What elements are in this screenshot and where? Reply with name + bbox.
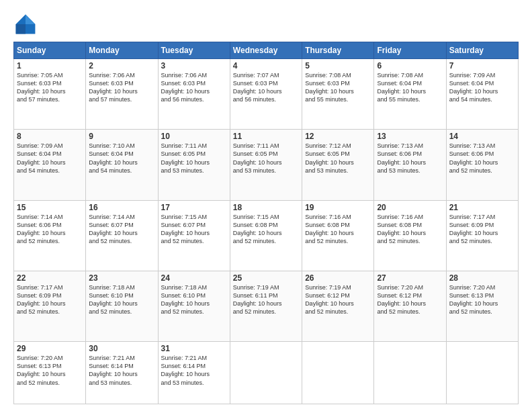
day-number: 14: [449, 132, 515, 141]
day-cell: 14Sunrise: 7:13 AMSunset: 6:06 PMDayligh…: [446, 130, 518, 200]
day-cell: 16Sunrise: 7:14 AMSunset: 6:07 PMDayligh…: [86, 200, 158, 271]
logo: [13, 12, 40, 36]
day-cell: 10Sunrise: 7:11 AMSunset: 6:05 PMDayligh…: [158, 130, 230, 200]
day-cell: 26Sunrise: 7:19 AMSunset: 6:12 PMDayligh…: [302, 271, 374, 341]
week-row-3: 15Sunrise: 7:14 AMSunset: 6:06 PMDayligh…: [14, 200, 519, 271]
day-number: 8: [17, 132, 83, 141]
day-cell: 25Sunrise: 7:19 AMSunset: 6:11 PMDayligh…: [230, 271, 302, 341]
day-cell: 2Sunrise: 7:06 AMSunset: 6:03 PMDaylight…: [86, 59, 158, 130]
day-info: Sunrise: 7:11 AMSunset: 6:05 PMDaylight:…: [161, 142, 227, 175]
day-cell: 5Sunrise: 7:08 AMSunset: 6:03 PMDaylight…: [302, 59, 374, 130]
day-number: 13: [377, 132, 443, 141]
day-info: Sunrise: 7:16 AMSunset: 6:08 PMDaylight:…: [377, 213, 443, 246]
day-number: 1: [17, 61, 83, 71]
week-row-5: 29Sunrise: 7:20 AMSunset: 6:13 PMDayligh…: [14, 342, 519, 404]
day-info: Sunrise: 7:06 AMSunset: 6:03 PMDaylight:…: [89, 71, 154, 104]
day-info: Sunrise: 7:18 AMSunset: 6:10 PMDaylight:…: [89, 283, 154, 316]
col-header-tuesday: Tuesday: [158, 42, 230, 59]
day-number: 18: [233, 203, 299, 212]
day-cell: [302, 342, 374, 404]
day-number: 16: [89, 203, 154, 212]
day-info: Sunrise: 7:18 AMSunset: 6:10 PMDaylight:…: [161, 283, 227, 316]
day-cell: 19Sunrise: 7:16 AMSunset: 6:08 PMDayligh…: [302, 200, 374, 271]
day-cell: 31Sunrise: 7:21 AMSunset: 6:14 PMDayligh…: [158, 342, 230, 404]
col-header-sunday: Sunday: [14, 42, 86, 59]
day-number: 25: [233, 273, 299, 283]
day-number: 19: [305, 203, 371, 212]
day-cell: 29Sunrise: 7:20 AMSunset: 6:13 PMDayligh…: [14, 342, 86, 404]
day-info: Sunrise: 7:17 AMSunset: 6:09 PMDaylight:…: [17, 283, 83, 316]
week-row-1: 1Sunrise: 7:05 AMSunset: 6:03 PMDaylight…: [14, 59, 519, 130]
day-number: 11: [233, 132, 299, 141]
day-cell: 12Sunrise: 7:12 AMSunset: 6:05 PMDayligh…: [302, 130, 374, 200]
day-info: Sunrise: 7:21 AMSunset: 6:14 PMDaylight:…: [161, 354, 227, 387]
day-info: Sunrise: 7:16 AMSunset: 6:08 PMDaylight:…: [305, 213, 371, 246]
day-number: 12: [305, 132, 371, 141]
day-number: 3: [161, 61, 227, 71]
logo-icon: [13, 12, 38, 36]
svg-marker-1: [26, 15, 35, 24]
day-number: 22: [17, 273, 83, 283]
day-number: 20: [377, 203, 443, 212]
day-info: Sunrise: 7:07 AMSunset: 6:03 PMDaylight:…: [233, 71, 299, 104]
day-info: Sunrise: 7:09 AMSunset: 6:04 PMDaylight:…: [17, 142, 83, 175]
day-number: 10: [161, 132, 227, 141]
day-cell: 17Sunrise: 7:15 AMSunset: 6:07 PMDayligh…: [158, 200, 230, 271]
day-info: Sunrise: 7:10 AMSunset: 6:04 PMDaylight:…: [89, 142, 154, 175]
header: [13, 12, 519, 36]
day-cell: 21Sunrise: 7:17 AMSunset: 6:09 PMDayligh…: [446, 200, 518, 271]
col-header-thursday: Thursday: [302, 42, 374, 59]
day-cell: 7Sunrise: 7:09 AMSunset: 6:04 PMDaylight…: [446, 59, 518, 130]
day-number: 7: [449, 61, 515, 71]
day-number: 4: [233, 61, 299, 71]
day-cell: 11Sunrise: 7:11 AMSunset: 6:05 PMDayligh…: [230, 130, 302, 200]
day-cell: 23Sunrise: 7:18 AMSunset: 6:10 PMDayligh…: [86, 271, 158, 341]
day-info: Sunrise: 7:09 AMSunset: 6:04 PMDaylight:…: [449, 71, 515, 104]
day-info: Sunrise: 7:06 AMSunset: 6:03 PMDaylight:…: [161, 71, 227, 104]
day-number: 21: [449, 203, 515, 212]
day-number: 2: [89, 61, 154, 71]
day-cell: 28Sunrise: 7:20 AMSunset: 6:13 PMDayligh…: [446, 271, 518, 341]
day-info: Sunrise: 7:05 AMSunset: 6:03 PMDaylight:…: [17, 71, 83, 104]
day-cell: 9Sunrise: 7:10 AMSunset: 6:04 PMDaylight…: [86, 130, 158, 200]
day-number: 15: [17, 203, 83, 212]
day-number: 27: [377, 273, 443, 283]
day-info: Sunrise: 7:14 AMSunset: 6:07 PMDaylight:…: [89, 213, 154, 246]
day-info: Sunrise: 7:20 AMSunset: 6:13 PMDaylight:…: [449, 283, 515, 316]
day-cell: 4Sunrise: 7:07 AMSunset: 6:03 PMDaylight…: [230, 59, 302, 130]
day-info: Sunrise: 7:20 AMSunset: 6:12 PMDaylight:…: [377, 283, 443, 316]
day-cell: 15Sunrise: 7:14 AMSunset: 6:06 PMDayligh…: [14, 200, 86, 271]
day-number: 24: [161, 273, 227, 283]
day-cell: 13Sunrise: 7:13 AMSunset: 6:06 PMDayligh…: [374, 130, 446, 200]
day-info: Sunrise: 7:08 AMSunset: 6:03 PMDaylight:…: [305, 71, 371, 104]
day-number: 23: [89, 273, 154, 283]
day-number: 26: [305, 273, 371, 283]
svg-marker-2: [16, 24, 26, 34]
day-number: 29: [17, 344, 83, 353]
day-info: Sunrise: 7:15 AMSunset: 6:07 PMDaylight:…: [161, 213, 227, 246]
day-info: Sunrise: 7:15 AMSunset: 6:08 PMDaylight:…: [233, 213, 299, 246]
page: SundayMondayTuesdayWednesdayThursdayFrid…: [0, 0, 532, 411]
day-info: Sunrise: 7:20 AMSunset: 6:13 PMDaylight:…: [17, 354, 83, 387]
day-cell: 22Sunrise: 7:17 AMSunset: 6:09 PMDayligh…: [14, 271, 86, 341]
day-cell: [230, 342, 302, 404]
day-number: 9: [89, 132, 154, 141]
day-info: Sunrise: 7:08 AMSunset: 6:04 PMDaylight:…: [377, 71, 443, 104]
day-info: Sunrise: 7:19 AMSunset: 6:11 PMDaylight:…: [233, 283, 299, 316]
col-header-monday: Monday: [86, 42, 158, 59]
day-number: 17: [161, 203, 227, 212]
day-cell: 1Sunrise: 7:05 AMSunset: 6:03 PMDaylight…: [14, 59, 86, 130]
day-info: Sunrise: 7:11 AMSunset: 6:05 PMDaylight:…: [233, 142, 299, 175]
day-info: Sunrise: 7:14 AMSunset: 6:06 PMDaylight:…: [17, 213, 83, 246]
calendar-table: SundayMondayTuesdayWednesdayThursdayFrid…: [13, 42, 519, 404]
col-header-wednesday: Wednesday: [230, 42, 302, 59]
day-cell: 24Sunrise: 7:18 AMSunset: 6:10 PMDayligh…: [158, 271, 230, 341]
day-info: Sunrise: 7:12 AMSunset: 6:05 PMDaylight:…: [305, 142, 371, 175]
day-number: 5: [305, 61, 371, 71]
day-cell: 27Sunrise: 7:20 AMSunset: 6:12 PMDayligh…: [374, 271, 446, 341]
day-cell: [446, 342, 518, 404]
day-number: 28: [449, 273, 515, 283]
day-cell: 8Sunrise: 7:09 AMSunset: 6:04 PMDaylight…: [14, 130, 86, 200]
week-row-2: 8Sunrise: 7:09 AMSunset: 6:04 PMDaylight…: [14, 130, 519, 200]
col-header-saturday: Saturday: [446, 42, 518, 59]
